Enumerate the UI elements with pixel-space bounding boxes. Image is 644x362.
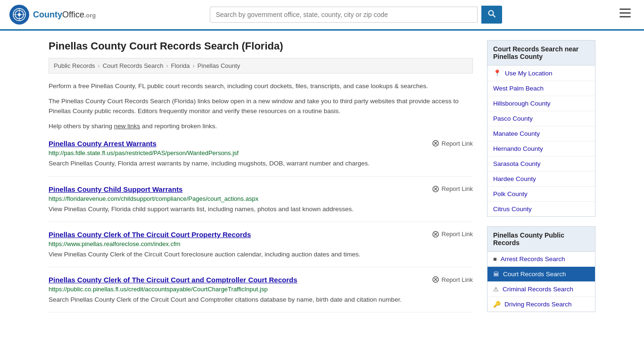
- pr-icon-2: ⚠: [493, 286, 499, 293]
- nearby-link-4[interactable]: Hernando County: [493, 145, 543, 152]
- pr-link-0[interactable]: Arrest Records Search: [501, 255, 565, 263]
- search-area: [210, 6, 502, 24]
- use-my-location-item[interactable]: 📍 Use My Location: [487, 66, 595, 81]
- location-icon: 📍: [493, 69, 501, 77]
- results-list: Pinellas County Arrest Warrants Report L…: [49, 140, 473, 313]
- result-desc-1: View Pinellas County, Florida child supp…: [49, 205, 473, 214]
- result-desc-0: Search Pinellas County, Florida arrest w…: [49, 159, 473, 168]
- content-area: Pinellas County Court Records Search (Fl…: [49, 40, 473, 321]
- nearby-link-7[interactable]: Polk County: [493, 190, 528, 197]
- breadcrumb-court-records[interactable]: Court Records Search: [103, 62, 164, 69]
- sidebar-nearby-5[interactable]: Sarasota County: [487, 156, 595, 172]
- nearby-link-1[interactable]: Hillsborough County: [493, 100, 551, 107]
- result-item-3: Pinellas County Clerk of The Circuit Cou…: [49, 276, 473, 313]
- result-header-3: Pinellas County Clerk of The Circuit Cou…: [49, 276, 473, 284]
- pr-link-1[interactable]: Court Records Search: [503, 271, 566, 278]
- bc-sep-3: ›: [193, 62, 195, 69]
- breadcrumb-public-records[interactable]: Public Records: [54, 62, 95, 69]
- report-icon-3: [432, 276, 439, 283]
- nearby-link-3[interactable]: Manatee County: [493, 130, 540, 137]
- site-header: CountyOffice.org: [0, 0, 644, 31]
- nearby-section: Court Records Search near Pinellas Count…: [487, 40, 595, 217]
- result-url-1: https://floridarevenue.com/childsupport/…: [49, 195, 473, 202]
- svg-rect-7: [619, 8, 631, 10]
- sidebar-nearby-4[interactable]: Hernando County: [487, 141, 595, 156]
- nearby-link-0[interactable]: West Palm Beach: [493, 85, 544, 92]
- sidebar-nearby-2[interactable]: Pasco County: [487, 111, 595, 126]
- sidebar-pr-1[interactable]: 🏛 Court Records Search: [487, 267, 595, 282]
- sidebar-nearby-7[interactable]: Polk County: [487, 187, 595, 202]
- result-url-0: http://pas.fdle.state.fl.us/pas/restrict…: [49, 149, 473, 156]
- use-my-location-link[interactable]: Use My Location: [505, 70, 553, 77]
- description-1: Perform a free Pinellas County, FL publi…: [49, 81, 473, 91]
- sidebar-nearby-1[interactable]: Hillsborough County: [487, 96, 595, 111]
- search-button[interactable]: [481, 6, 502, 24]
- bc-sep-2: ›: [166, 62, 168, 69]
- report-icon-0: [432, 140, 439, 147]
- bc-sep-1: ›: [98, 62, 99, 69]
- nearby-link-8[interactable]: Citrus County: [493, 206, 532, 213]
- public-records-header: Pinellas County Public Records: [487, 226, 595, 251]
- logo-icon: [9, 5, 29, 25]
- report-icon-2: [432, 230, 439, 238]
- pr-link-2[interactable]: Criminal Records Search: [503, 286, 573, 293]
- description-2: The Pinellas County Court Records Search…: [49, 96, 473, 116]
- nearby-link-6[interactable]: Hardee County: [493, 175, 536, 182]
- main-container: Pinellas County Court Records Search (Fl…: [39, 31, 605, 331]
- result-desc-3: Search Pinellas County Clerk of the Circ…: [49, 295, 473, 304]
- report-link-btn-2[interactable]: Report Link: [432, 230, 473, 238]
- report-link-btn-3[interactable]: Report Link: [432, 276, 473, 283]
- search-input[interactable]: [210, 7, 478, 23]
- sidebar-nearby-6[interactable]: Hardee County: [487, 172, 595, 187]
- result-header-1: Pinellas County Child Support Warrants R…: [49, 185, 473, 193]
- svg-rect-9: [619, 16, 631, 17]
- description-3: Help others by sharing new links and rep…: [49, 121, 473, 132]
- pr-link-3[interactable]: Driving Records Search: [504, 301, 572, 308]
- result-item-1: Pinellas County Child Support Warrants R…: [49, 185, 473, 222]
- result-item-0: Pinellas County Arrest Warrants Report L…: [49, 140, 473, 176]
- breadcrumb: Public Records › Court Records Search › …: [49, 58, 473, 74]
- public-records-section: Pinellas County Public Records ■ Arrest …: [487, 226, 595, 312]
- nearby-link-5[interactable]: Sarasota County: [493, 160, 541, 167]
- sidebar-pr-3[interactable]: 🔑 Driving Records Search: [487, 297, 595, 312]
- pr-icon-0: ■: [493, 255, 497, 263]
- nearby-list: 📍 Use My Location West Palm Beach Hillsb…: [487, 65, 595, 217]
- pr-icon-3: 🔑: [493, 301, 501, 308]
- sidebar-nearby-3[interactable]: Manatee County: [487, 126, 595, 141]
- page-title: Pinellas County Court Records Search (Fl…: [49, 40, 473, 52]
- nearby-link-2[interactable]: Pasco County: [493, 115, 533, 122]
- result-title-1[interactable]: Pinellas County Child Support Warrants: [49, 185, 182, 193]
- result-title-0[interactable]: Pinellas County Arrest Warrants: [49, 140, 157, 148]
- public-records-list: ■ Arrest Records Search 🏛 Court Records …: [487, 251, 595, 312]
- svg-line-6: [493, 15, 495, 17]
- svg-rect-8: [619, 12, 631, 14]
- sidebar-pr-2[interactable]: ⚠ Criminal Records Search: [487, 282, 595, 297]
- sidebar-nearby-0[interactable]: West Palm Beach: [487, 81, 595, 96]
- breadcrumb-florida[interactable]: Florida: [171, 62, 190, 69]
- nearby-header: Court Records Search near Pinellas Count…: [487, 40, 595, 65]
- site-logo-text: CountyOffice.org: [33, 10, 96, 20]
- report-icon-1: [432, 185, 439, 193]
- sidebar: Court Records Search near Pinellas Count…: [487, 40, 595, 321]
- result-title-3[interactable]: Pinellas County Clerk of The Circuit Cou…: [49, 276, 297, 284]
- pr-icon-1: 🏛: [493, 271, 499, 278]
- new-links-link[interactable]: new links: [114, 123, 140, 130]
- result-header-0: Pinellas County Arrest Warrants Report L…: [49, 140, 473, 148]
- result-url-3: https://public.co.pinellas.fl.us/credit/…: [49, 286, 473, 293]
- sidebar-nearby-8[interactable]: Citrus County: [487, 202, 595, 216]
- logo-area: CountyOffice.org: [9, 5, 96, 25]
- result-item-2: Pinellas County Clerk of The Circuit Cou…: [49, 230, 473, 267]
- report-link-btn-1[interactable]: Report Link: [432, 185, 473, 193]
- result-url-2: https://www.pinellas.realforeclose.com/i…: [49, 240, 473, 247]
- breadcrumb-pinellas: Pinellas County: [198, 62, 240, 69]
- menu-button[interactable]: [616, 7, 635, 23]
- sidebar-pr-0[interactable]: ■ Arrest Records Search: [487, 252, 595, 267]
- report-link-btn-0[interactable]: Report Link: [432, 140, 473, 147]
- result-title-2[interactable]: Pinellas County Clerk of The Circuit Cou…: [49, 230, 251, 239]
- result-header-2: Pinellas County Clerk of The Circuit Cou…: [49, 230, 473, 239]
- result-desc-2: View Pinellas County Clerk of the Circui…: [49, 250, 473, 259]
